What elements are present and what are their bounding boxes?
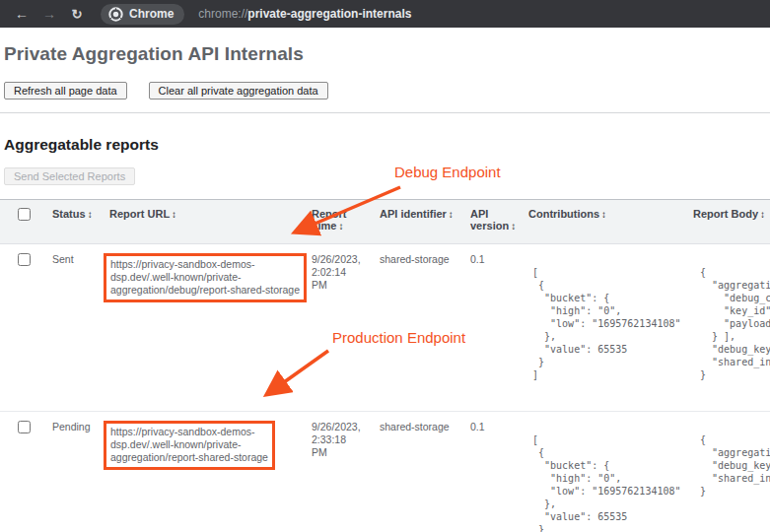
sort-icon: ↕ [511, 221, 516, 232]
page-content: Private Aggregation API Internals Refres… [0, 43, 770, 532]
status-cell: Sent [45, 244, 104, 412]
sort-icon: ↕ [449, 209, 454, 220]
column-header-report-time[interactable]: Report Time↕ [312, 200, 380, 244]
back-icon[interactable]: ← [10, 3, 34, 25]
sort-icon: ↕ [760, 209, 765, 220]
api-version-cell: 0.1 [470, 412, 528, 532]
reports-table: Status↕ Report URL↕ Report Time↕ API ide… [0, 199, 770, 532]
api-identifier-cell: shared-storage [380, 412, 470, 532]
chrome-logo-icon [108, 7, 123, 22]
page-title: Private Aggregation API Internals [4, 43, 770, 65]
clear-all-button[interactable]: Clear all private aggregation data [149, 82, 328, 100]
report-body-cell: { "aggregatio "debug_c "key_id" "payload… [693, 244, 770, 412]
column-header-report-body[interactable]: Report Body↕ [693, 200, 770, 244]
report-body-json: { "aggregatio "debug_key" "shared_inf } [700, 433, 770, 498]
debug-endpoint-highlight-box: https://privacy-sandbox-demos- dsp.dev/.… [104, 253, 307, 302]
production-endpoint-highlight-box: https://privacy-sandbox-demos- dsp.dev/.… [104, 421, 275, 470]
refresh-all-button[interactable]: Refresh all page data [4, 82, 127, 100]
url-host: private-aggregation-internals [247, 7, 411, 21]
status-cell: Pending [45, 412, 104, 532]
api-identifier-cell: shared-storage [380, 244, 470, 412]
table-row: Sent https://privacy-sandbox-demos- dsp.… [0, 244, 770, 412]
select-all-checkbox[interactable] [18, 208, 31, 221]
row-select-cell [0, 244, 45, 412]
section-divider [0, 112, 770, 113]
sort-icon: ↕ [338, 221, 343, 232]
section-title: Aggregatable reports [4, 136, 770, 154]
report-url-cell: https://privacy-sandbox-demos- dsp.dev/.… [104, 244, 312, 412]
sort-icon: ↕ [172, 209, 176, 220]
table-header-row: Status↕ Report URL↕ Report Time↕ API ide… [0, 200, 770, 244]
report-time-cell: 9/26/2023, 2:02:14 PM [312, 244, 380, 412]
forward-icon[interactable]: → [37, 3, 61, 25]
report-time-cell: 9/26/2023, 2:33:18 PM [312, 412, 380, 532]
page-toolbar: Refresh all page data Clear all private … [4, 82, 770, 100]
column-header-report-url[interactable]: Report URL↕ [104, 200, 312, 244]
address-bar[interactable]: chrome://private-aggregation-internals [198, 7, 411, 21]
contributions-cell: [ { "bucket": { "high": "0", "low": "169… [528, 244, 693, 412]
sort-icon: ↕ [601, 209, 606, 220]
column-header-api-version[interactable]: API version↕ [470, 200, 528, 244]
contributions-json: [ { "bucket": { "high": "0", "low": "169… [532, 266, 689, 381]
contributions-json: [ { "bucket": { "high": "0", "low": "169… [532, 433, 689, 532]
column-header-status[interactable]: Status↕ [45, 200, 104, 244]
contributions-cell: [ { "bucket": { "high": "0", "low": "169… [528, 412, 693, 532]
table-row: Pending https://privacy-sandbox-demos- d… [0, 412, 770, 532]
sort-icon: ↕ [88, 209, 93, 220]
report-body-json: { "aggregatio "debug_c "key_id" "payload… [700, 266, 770, 381]
row-checkbox[interactable] [18, 253, 31, 266]
column-header-api-identifier[interactable]: API identifier↕ [380, 200, 470, 244]
send-selected-reports-button[interactable]: Send Selected Reports [4, 167, 135, 185]
report-body-cell: { "aggregatio "debug_key" "shared_inf } [693, 412, 770, 532]
api-version-cell: 0.1 [470, 244, 528, 412]
reload-icon[interactable]: ↻ [65, 3, 89, 25]
row-select-cell [0, 412, 45, 532]
report-url-cell: https://privacy-sandbox-demos- dsp.dev/.… [104, 412, 312, 532]
browser-toolbar: ← → ↻ Chrome chrome://private-aggregatio… [0, 0, 770, 28]
select-all-cell [0, 200, 45, 244]
url-scheme: chrome:// [198, 7, 247, 21]
chrome-brand-label: Chrome [129, 7, 174, 21]
column-header-contributions[interactable]: Contributions↕ [528, 200, 693, 244]
row-checkbox[interactable] [18, 421, 31, 433]
chrome-brand-chip[interactable]: Chrome [101, 4, 184, 25]
